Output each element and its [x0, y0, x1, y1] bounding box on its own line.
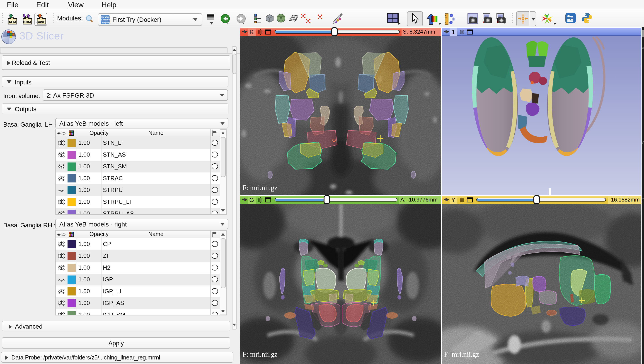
svg-text:DCM: DCM	[23, 20, 31, 24]
svg-text:DATA: DATA	[8, 20, 16, 24]
svg-text:SAVE: SAVE	[36, 20, 46, 24]
svg-text:E: E	[570, 16, 573, 22]
